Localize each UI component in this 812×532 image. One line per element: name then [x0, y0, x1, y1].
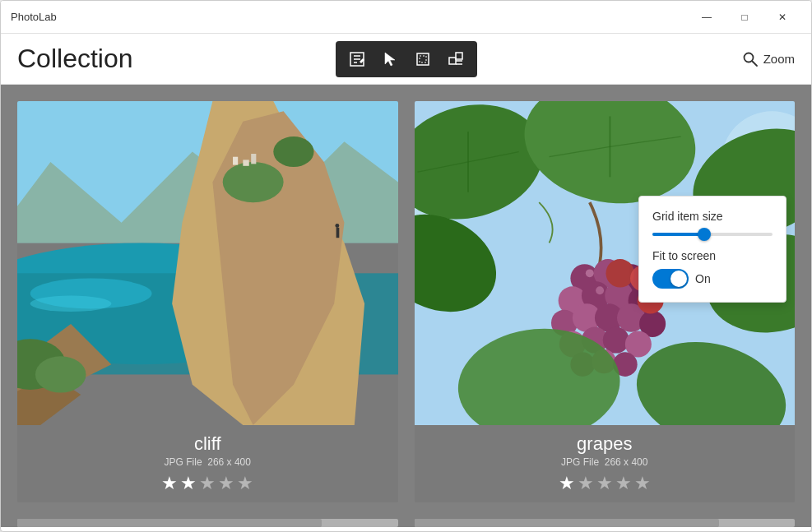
toggle-row: On: [652, 269, 773, 289]
star-1: ★: [161, 473, 178, 494]
scrollbars-area: [1, 519, 811, 527]
star-2: ★: [180, 473, 197, 494]
header: Collection: [1, 34, 811, 85]
cursor-icon: [382, 51, 398, 67]
svg-point-24: [35, 356, 86, 392]
svg-point-16: [223, 162, 284, 202]
zoom-icon: [742, 51, 759, 67]
star-2: ★: [578, 473, 594, 494]
svg-rect-4: [449, 58, 456, 64]
toolbar-icons-group: [336, 41, 477, 77]
svg-rect-19: [243, 160, 248, 165]
svg-point-13: [30, 295, 112, 312]
scroll-grapes[interactable]: [415, 519, 796, 527]
svg-point-56: [602, 327, 629, 354]
select-icon-button[interactable]: [377, 46, 403, 72]
svg-point-6: [744, 53, 753, 62]
grapes-meta: JPG File 266 x 400: [423, 456, 787, 468]
title-bar: PhotoLab — □ ✕: [1, 1, 811, 34]
app-title: PhotoLab: [11, 11, 57, 23]
svg-rect-5: [456, 53, 462, 59]
fit-screen-row: Fit to screen: [652, 249, 773, 262]
slider-fill: [652, 233, 700, 236]
transform-icon: [448, 51, 464, 67]
slider-track: [652, 233, 773, 236]
svg-point-64: [606, 259, 633, 287]
fit-screen-label: Fit to screen: [652, 249, 716, 262]
scroll-cliff-thumb: [17, 519, 322, 527]
close-button[interactable]: ✕: [763, 5, 801, 30]
slider-thumb[interactable]: [698, 228, 711, 241]
photo-card-cliff[interactable]: cliff JPG File 266 x 400 ★ ★ ★ ★ ★: [17, 101, 398, 502]
cliff-image: [17, 101, 398, 425]
svg-line-7: [752, 61, 757, 66]
star-3: ★: [596, 473, 613, 494]
crop-icon: [415, 51, 431, 67]
toolbar: [336, 41, 477, 77]
cliff-stars: ★ ★ ★ ★ ★: [26, 473, 390, 494]
star-4: ★: [615, 473, 632, 494]
edit-icon-button[interactable]: [344, 46, 370, 72]
star-3: ★: [199, 473, 216, 494]
zoom-button[interactable]: Zoom: [742, 51, 795, 67]
svg-rect-25: [336, 228, 340, 238]
grid-size-slider[interactable]: [652, 233, 773, 236]
toggle-knob: [670, 271, 687, 287]
star-5: ★: [237, 473, 253, 494]
crop-icon-button[interactable]: [410, 46, 436, 72]
svg-point-26: [335, 224, 339, 228]
zoom-label: Zoom: [763, 52, 795, 66]
grapes-info: grapes JPG File 266 x 400 ★ ★ ★ ★ ★: [415, 425, 796, 502]
star-4: ★: [218, 473, 234, 494]
cliff-info: cliff JPG File 266 x 400 ★ ★ ★ ★ ★: [17, 425, 398, 502]
maximize-button[interactable]: □: [726, 5, 763, 30]
edit-icon: [349, 51, 365, 67]
svg-point-61: [585, 269, 593, 277]
zoom-panel: Grid item size Fit to screen On: [638, 196, 786, 303]
cliff-scene-svg: [17, 101, 398, 425]
svg-rect-18: [233, 157, 238, 165]
fit-screen-toggle[interactable]: [652, 269, 689, 289]
svg-rect-3: [420, 56, 426, 62]
star-1: ★: [559, 473, 575, 494]
grapes-name: grapes: [423, 433, 787, 455]
window-controls: — □ ✕: [688, 5, 801, 30]
cliff-name: cliff: [26, 433, 390, 455]
grapes-stars: ★ ★ ★ ★ ★: [423, 473, 787, 494]
star-5: ★: [634, 473, 651, 494]
app-window: PhotoLab — □ ✕ Collection: [0, 0, 812, 532]
cliff-meta: JPG File 266 x 400: [26, 456, 390, 468]
grid-item-size-label: Grid item size: [652, 210, 773, 223]
svg-rect-2: [417, 53, 429, 65]
toggle-on-label: On: [695, 272, 711, 285]
transform-icon-button[interactable]: [443, 46, 469, 72]
scroll-grapes-thumb: [415, 519, 719, 527]
svg-rect-20: [251, 154, 256, 164]
minimize-button[interactable]: —: [688, 5, 726, 30]
svg-point-17: [273, 136, 313, 167]
svg-point-63: [596, 286, 604, 294]
content-area: cliff JPG File 266 x 400 ★ ★ ★ ★ ★: [1, 85, 811, 519]
scroll-cliff[interactable]: [17, 519, 398, 527]
